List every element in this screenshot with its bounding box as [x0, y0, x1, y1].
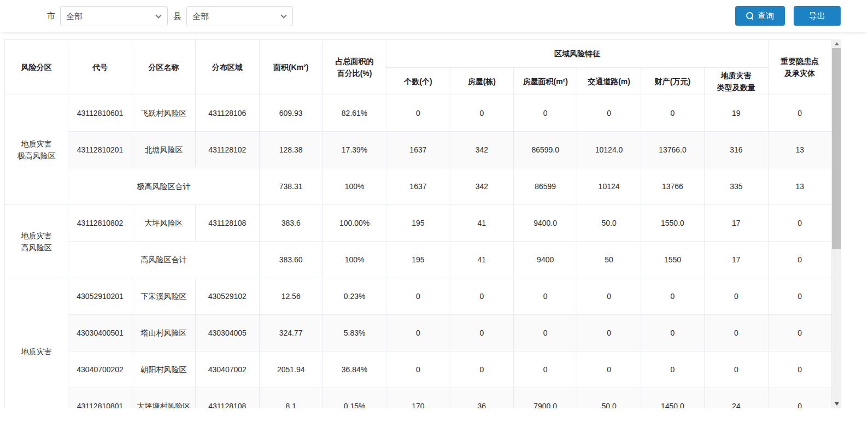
cell-house-area: 0: [514, 95, 577, 132]
cell-dist: 431128102: [196, 132, 259, 168]
cell-count: 1637: [386, 168, 450, 205]
cell-total-label: 极高风险区合计: [68, 168, 259, 205]
cell-area: 383.6: [259, 205, 322, 242]
county-select[interactable]: 全部: [186, 6, 293, 26]
cell-total-label: 高风险区合计: [68, 242, 259, 278]
risk-table-clip: 风险分区 代号 分区名称 分布区域 面积(Km²) 占总面积的 百分比(%) 区…: [4, 39, 832, 408]
cell-area: 609.93: [259, 95, 322, 132]
cell-property: 13766.0: [641, 132, 704, 168]
cell-count: 0: [386, 315, 450, 351]
cell-code: 43112810201: [68, 132, 132, 168]
query-button-label: 查询: [758, 11, 774, 21]
cell-roads: 10124.0: [577, 132, 641, 168]
cell-disasters: 316: [705, 132, 768, 168]
cell-area: 324.77: [259, 315, 322, 351]
cell-houses: 0: [450, 351, 513, 388]
cell-points: 0: [768, 351, 832, 388]
cell-disasters: 17: [705, 242, 768, 278]
cell-roads: 50.0: [577, 205, 641, 242]
cell-property: 1550: [641, 242, 704, 278]
scrollbar-thumb[interactable]: [832, 48, 841, 249]
cell-disasters: 335: [705, 168, 768, 205]
cell-name: 塔山村风险区: [132, 315, 195, 351]
cell-points: 0: [768, 95, 832, 132]
cell-dist: 431128106: [196, 95, 259, 132]
col-header-area: 面积(Km²): [259, 40, 322, 95]
cell-name: 飞跃村风险区: [132, 95, 195, 132]
cell-count: 0: [386, 278, 450, 315]
risk-table-head: 风险分区 代号 分区名称 分布区域 面积(Km²) 占总面积的 百分比(%) 区…: [5, 40, 832, 95]
col-header-house-area: 房屋面积(m²): [514, 68, 577, 95]
cell-pct: 0.23%: [322, 278, 386, 315]
cell-house-area: 7900.0: [514, 388, 577, 409]
cell-points: 0: [768, 278, 832, 315]
col-header-key-points: 重要隐患点 及承灾体: [768, 40, 832, 95]
table-row: 地质灾害 极高风险区 43112810601 飞跃村风险区 431128106 …: [5, 95, 832, 132]
cell-pct: 5.83%: [322, 315, 386, 351]
cell-points: 13: [768, 168, 832, 205]
cell-pct: 100%: [322, 168, 386, 205]
scroll-down-icon: [835, 402, 839, 406]
vertical-scrollbar[interactable]: [832, 39, 841, 408]
query-button[interactable]: 查询: [735, 6, 785, 26]
cell-count: 195: [386, 242, 450, 278]
cell-dist: 430407002: [196, 351, 259, 388]
risk-table: 风险分区 代号 分区名称 分布区域 面积(Km²) 占总面积的 百分比(%) 区…: [4, 39, 832, 408]
risk-table-container: 风险分区 代号 分区名称 分布区域 面积(Km²) 占总面积的 百分比(%) 区…: [4, 39, 841, 408]
cell-code: 43112810601: [68, 95, 132, 132]
cell-property: 0: [641, 315, 704, 351]
cell-property: 0: [641, 278, 704, 315]
cell-count: 0: [386, 351, 450, 388]
table-row: 43030400501 塔山村风险区 430304005 324.77 5.83…: [5, 315, 832, 351]
col-header-count: 个数(个): [386, 68, 450, 95]
cell-houses: 36: [450, 388, 513, 409]
export-button-label: 导出: [809, 11, 825, 21]
col-header-disaster-types: 地质灾害 类型及数量: [705, 68, 768, 95]
col-header-distribution: 分布区域: [196, 40, 259, 95]
col-header-risk-zone: 风险分区: [5, 40, 68, 95]
cell-houses: 0: [450, 95, 513, 132]
scroll-up-button[interactable]: [832, 39, 841, 48]
cell-houses: 41: [450, 205, 513, 242]
cell-disasters: 19: [705, 95, 768, 132]
cell-houses: 342: [450, 132, 513, 168]
city-select-wrap: 全部: [60, 6, 168, 26]
cell-code: 43112810802: [68, 205, 132, 242]
city-select[interactable]: 全部: [60, 6, 168, 26]
cell-name: 大坪塘村风险区: [132, 388, 195, 409]
cell-houses: 0: [450, 278, 513, 315]
cell-area: 2051.94: [259, 351, 322, 388]
cell-count: 1637: [386, 132, 450, 168]
cell-roads: 0: [577, 95, 641, 132]
cell-pct: 36.84%: [322, 351, 386, 388]
col-header-percent: 占总面积的 百分比(%): [322, 40, 386, 95]
col-header-roads: 交通道路(m): [577, 68, 641, 95]
cell-name: 朝阳村风险区: [132, 351, 195, 388]
col-header-houses: 房屋(栋): [450, 68, 513, 95]
scroll-up-icon: [835, 42, 839, 45]
group-cell-medium: 地质灾害: [5, 278, 68, 409]
cell-dist: 431128108: [196, 388, 259, 409]
cell-property: 13766: [641, 168, 704, 205]
col-header-regional-risk: 区域风险特征: [386, 40, 768, 68]
cell-pct: 100%: [322, 242, 386, 278]
risk-table-body: 地质灾害 极高风险区 43112810601 飞跃村风险区 431128106 …: [5, 95, 832, 409]
table-row: 地质灾害 高风险区 43112810802 大坪风险区 431128108 38…: [5, 205, 832, 242]
cell-points: 0: [768, 388, 832, 409]
cell-disasters: 0: [705, 278, 768, 315]
toolbar: 市 全部 县 全部 查询 导出: [0, 0, 868, 32]
cell-roads: 50: [577, 242, 641, 278]
cell-disasters: 0: [705, 351, 768, 388]
cell-name: 下宋溪风险区: [132, 278, 195, 315]
cell-houses: 342: [450, 168, 513, 205]
cell-code: 43112810801: [68, 388, 132, 409]
table-row: 43040700202 朝阳村风险区 430407002 2051.94 36.…: [5, 351, 832, 388]
export-button[interactable]: 导出: [794, 6, 841, 26]
cell-code: 43052910201: [68, 278, 132, 315]
cell-roads: 50.0: [577, 388, 641, 409]
scroll-down-button[interactable]: [832, 400, 841, 408]
cell-code: 43040700202: [68, 351, 132, 388]
cell-house-area: 9400: [514, 242, 577, 278]
cell-property: 0: [641, 351, 704, 388]
header-row-1: 风险分区 代号 分区名称 分布区域 面积(Km²) 占总面积的 百分比(%) 区…: [5, 40, 832, 68]
